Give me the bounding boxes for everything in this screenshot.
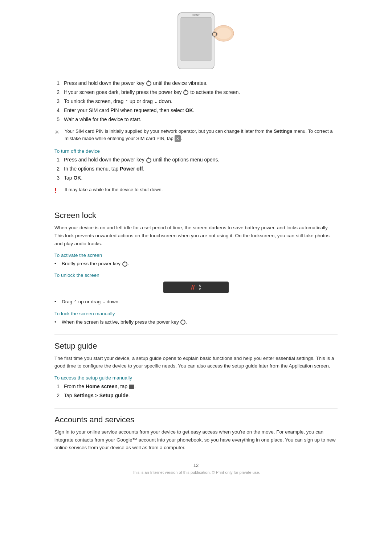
phone-image-area: SONY [54, 11, 338, 71]
turn-off-heading: To turn off the device [54, 148, 338, 154]
access-setup-heading: To access the setup guide manually [54, 375, 338, 381]
access-setup-step-1: 1 From the Home screen, tap . [54, 383, 338, 390]
accounts-title: Accounts and services [54, 408, 338, 424]
svg-text:SONY: SONY [192, 14, 200, 16]
lockscreen-image: // ∧ ∨ [54, 282, 338, 293]
step-4: 4 Enter your SIM card PIN when requested… [54, 107, 338, 114]
unlock-screen-heading: To unlock the screen [54, 272, 338, 278]
backspace-icon: ✕ [175, 135, 181, 142]
drag-bullet: • Drag ⌃ up or drag ⌄ down. [54, 298, 338, 305]
slash-icon: // [191, 284, 195, 291]
power-icon-inline-2 [183, 90, 188, 95]
power-icon-inline-3 [146, 158, 151, 163]
step-2: 2 If your screen goes dark, briefly pres… [54, 89, 338, 96]
power-icon-activate [122, 262, 127, 267]
drag-bullet-list: • Drag ⌃ up or drag ⌄ down. [54, 298, 338, 305]
warning-text: It may take a while for the device to sh… [65, 186, 163, 195]
warning-icon: ! [54, 186, 61, 195]
chevrons-icon: ∧ ∨ [199, 284, 201, 291]
tip-box: ✳ Your SIM card PIN is initially supplie… [54, 128, 338, 142]
step-3: 3 To unlock the screen, drag ⌃ up or dra… [54, 98, 338, 105]
svg-rect-1 [181, 17, 211, 61]
accounts-body: Sign in to your online service accounts … [54, 428, 338, 452]
setup-guide-body: The first time you start your device, a … [54, 354, 338, 370]
page-number: 12 [54, 463, 338, 468]
footer-text: This is an Internet version of this publ… [54, 470, 338, 475]
power-icon-lock [180, 320, 185, 325]
setup-guide-title: Setup guide [54, 335, 338, 351]
lock-manually-heading: To lock the screen manually [54, 311, 338, 316]
svg-point-5 [216, 28, 232, 39]
page-content: SONY 1 Press and hold down the power key… [54, 0, 338, 496]
screen-lock-title: Screen lock [54, 204, 338, 220]
phone-illustration: SONY [152, 11, 240, 71]
access-setup-steps-list: 1 From the Home screen, tap . 2 Tap Sett… [54, 383, 338, 399]
warning-box: ! It may take a while for the device to … [54, 186, 338, 195]
turn-off-step-1: 1 Press and hold down the power key unti… [54, 156, 338, 164]
activate-screen-heading: To activate the screen [54, 253, 338, 258]
lock-manually-bullet: • When the screen is active, briefly pre… [54, 319, 338, 326]
activate-screen-list: • Briefly press the power key . [54, 260, 338, 267]
turn-off-steps-list: 1 Press and hold down the power key unti… [54, 156, 338, 182]
turn-off-step-3: 3 Tap OK. [54, 174, 338, 182]
screen-lock-body: When your device is on and left idle for… [54, 224, 338, 247]
tip-icon: ✳ [54, 128, 61, 142]
activate-screen-bullet: • Briefly press the power key . [54, 260, 338, 267]
turn-off-step-2: 2 In the options menu, tap Power off. [54, 165, 338, 173]
lock-manually-list: • When the screen is active, briefly pre… [54, 319, 338, 326]
grid-icon [129, 385, 134, 389]
tip-text: Your SIM card PIN is initially supplied … [65, 128, 338, 142]
step-1: 1 Press and hold down the power key unti… [54, 79, 338, 87]
lockscreen-bar: // ∧ ∨ [163, 282, 229, 293]
power-icon-inline [146, 81, 151, 86]
access-setup-step-2: 2 Tap Settings > Setup guide. [54, 392, 338, 399]
step-5: 5 Wait a while for the device to start. [54, 116, 338, 123]
startup-steps-list: 1 Press and hold down the power key unti… [54, 79, 338, 123]
